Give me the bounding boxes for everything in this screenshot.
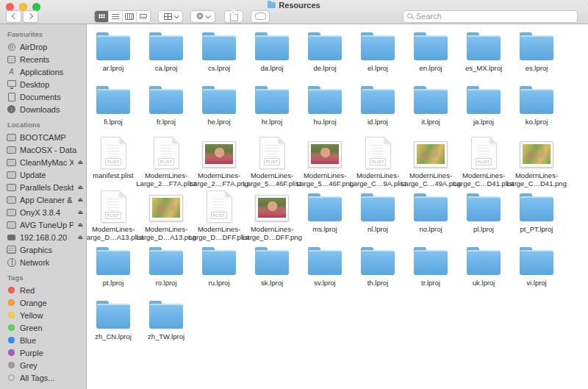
sidebar-item-downloads[interactable]: Downloads [7,103,86,115]
sidebar-item-192-168-0-20[interactable]: 192.168.0.20⏏ [7,231,86,243]
sidebar-item-desktop[interactable]: Desktop [7,78,86,90]
sidebar-item-cleanmymac-x[interactable]: CleanMyMac X⏏ [7,156,86,168]
sidebar-item-graphics[interactable]: Graphics [7,243,86,256]
sidebar-item-applications[interactable]: Applications [7,65,86,78]
grid-item[interactable]: hu.lproj [298,82,351,135]
grid-item[interactable]: he.lproj [193,82,245,135]
grid-item[interactable]: pt.lproj [87,243,140,296]
grid-item[interactable]: id.lproj [351,82,404,135]
grid-item[interactable]: fi.lproj [87,82,140,135]
grid-item[interactable]: zh_TW.lproj [140,296,193,350]
grid-item[interactable]: ja.lproj [457,82,510,135]
tag-button[interactable] [251,10,270,23]
sidebar-item-recents[interactable]: Recents [7,53,86,65]
item-icon-area [361,28,395,62]
sidebar-item-red[interactable]: Red [7,284,86,296]
sidebar-section-title: Tags [7,274,86,282]
grid-item[interactable]: de.lproj [298,28,351,82]
folder-icon [149,250,183,275]
grid-item[interactable]: it.lproj [404,82,457,135]
grid-item[interactable]: es.lproj [510,28,563,82]
grid-item[interactable]: pt_PT.lproj [510,189,563,243]
column-view-button[interactable] [122,11,136,22]
group-by-button[interactable] [158,10,183,23]
share-button[interactable] [224,10,243,23]
grid-item[interactable]: ModernLines-Large_C…D41.png [510,135,563,189]
grid-item[interactable]: cs.lproj [193,28,245,82]
grid-item[interactable]: ModernLines-Large_2…F7A.png [193,135,245,189]
window-header: Resources ⚙ [0,0,588,24]
action-menu-button[interactable]: ⚙ [190,10,215,23]
sidebar-item-orange[interactable]: Orange [7,296,86,309]
sidebar-item-purple[interactable]: Purple [7,346,86,359]
grid-item[interactable]: PLISTModernLines-Large_C…D41.plist [457,135,510,189]
sidebar-item-grey[interactable]: Grey [7,359,86,371]
grid-item[interactable]: ModernLines-Large_D…DFF.png [245,189,298,243]
sidebar-item-onyx-3-8-4[interactable]: OnyX 3.8.4⏏ [7,206,86,218]
grid-item[interactable]: PLISTModernLines-Large_D…A13.plist [87,189,140,243]
grid-item[interactable]: en.lproj [404,28,457,82]
grid-item[interactable]: tr.lproj [404,243,457,296]
sidebar-item-documents[interactable]: Documents [7,90,86,103]
grid-item[interactable]: ar.lproj [87,28,140,82]
grid-item[interactable]: hr.lproj [245,82,298,135]
eject-icon[interactable]: ⏏ [77,234,83,240]
grid-item[interactable]: el.lproj [351,28,404,82]
applications-icon [7,67,16,76]
grid-item[interactable]: th.lproj [351,243,404,296]
grid-item[interactable]: ru.lproj [193,243,245,296]
grid-item[interactable]: no.lproj [404,189,457,243]
tag-color-dot [8,299,15,306]
grid-item[interactable]: fr.lproj [140,82,193,135]
list-view-button[interactable] [108,11,122,22]
grid-item[interactable]: vi.lproj [510,243,563,296]
back-button[interactable] [6,10,21,23]
item-icon-area: PLIST [154,135,179,169]
sidebar-item-update[interactable]: Update [7,168,86,181]
grid-item[interactable]: ko.lproj [510,82,563,135]
grid-item[interactable]: ModernLines-Large_5…46F.png [298,135,351,189]
grid-item[interactable]: sk.lproj [245,243,298,296]
grid-item[interactable]: nl.lproj [351,189,404,243]
sidebar-item-macosx-data[interactable]: MacOSX - Data [7,143,86,156]
grid-item[interactable]: es_MX.lproj [457,28,510,82]
sidebar-item-parallels-desktop[interactable]: Parallels Desktop...⏏ [7,181,86,193]
search-input[interactable] [416,12,573,21]
grid-item[interactable]: ms.lproj [298,189,351,243]
sidebar-item-blue[interactable]: Blue [7,334,86,346]
eject-icon[interactable]: ⏏ [77,196,83,203]
gallery-view-button[interactable] [136,11,150,22]
grid-item[interactable]: PLISTModernLines-Large_2…F7A.plist [140,135,193,189]
sidebar-item-yellow[interactable]: Yellow [7,309,86,321]
sidebar-item-all-tags[interactable]: All Tags... [7,371,86,384]
item-label: ko.lproj [506,118,567,126]
grid-item[interactable]: uk.lproj [457,243,510,296]
sidebar-item-avg-tuneup-prem[interactable]: AVG TuneUp Prem...⏏ [7,218,86,231]
sidebar-item-app-cleaner-uni[interactable]: App Cleaner & Uni...⏏ [7,193,86,206]
grid-item[interactable]: PLISTmanifest.plist [87,135,140,189]
grid-item[interactable]: PLISTModernLines-Large_D…DFF.plist [193,189,245,243]
grid-item[interactable]: PLISTModernLines-Large_C…9A.plist [351,135,404,189]
eject-icon[interactable]: ⏏ [77,184,83,190]
forward-button[interactable] [23,10,38,23]
grid-item[interactable]: zh_CN.lproj [87,296,140,350]
grid-item[interactable]: ModernLines-Large_D…A13.png [140,189,193,243]
folder-icon [361,89,395,114]
sidebar-item-bootcamp[interactable]: BOOTCAMP [7,131,86,143]
icon-view-button[interactable] [95,11,108,22]
column-view-icon [125,13,134,20]
grid-item[interactable]: ca.lproj [140,28,193,82]
eject-icon[interactable]: ⏏ [77,159,83,165]
grid-item[interactable]: da.lproj [245,28,298,82]
eject-icon[interactable]: ⏏ [77,209,83,215]
grid-item[interactable]: pl.lproj [457,189,510,243]
eject-icon[interactable]: ⏏ [77,221,83,228]
grid-item[interactable]: sv.lproj [298,243,351,296]
sidebar-item-network[interactable]: Network [7,256,86,268]
navigation-buttons [6,10,38,23]
grid-item[interactable]: PLISTModernLines-Large_5…46F.plist [245,135,298,189]
grid-item[interactable]: ModernLines-Large_C…49A.png [404,135,457,189]
grid-item[interactable]: ro.lproj [140,243,193,296]
sidebar-item-airdrop[interactable]: AirDrop [7,40,86,53]
sidebar-item-green[interactable]: Green [7,321,86,334]
